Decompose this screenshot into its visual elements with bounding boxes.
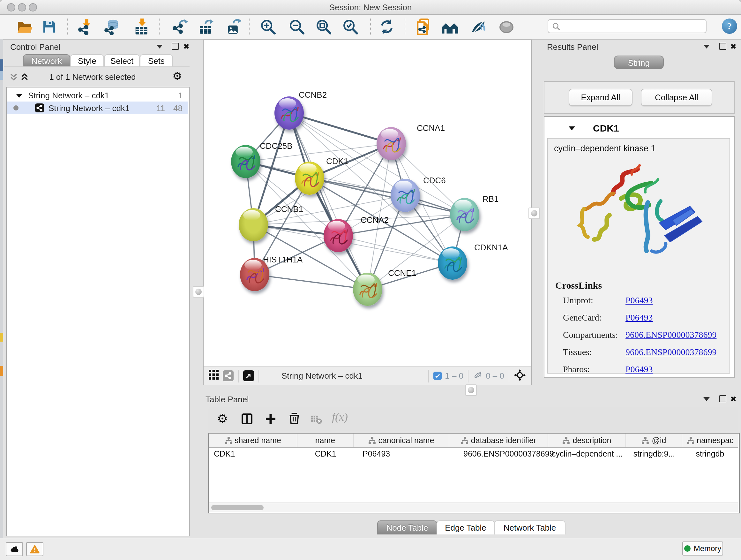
network-group-row[interactable]: String Network – cdk1 1 xyxy=(7,89,188,102)
network-node-ccna1[interactable] xyxy=(377,127,406,160)
node-structure-image xyxy=(438,246,467,280)
network-share-view-icon[interactable] xyxy=(223,370,233,381)
tissues-link[interactable]: 9606.ENSP00000378699 xyxy=(625,348,717,358)
birds-eye-view-icon[interactable] xyxy=(243,370,254,381)
results-panel-collapse-icon[interactable] xyxy=(703,45,710,49)
table-panel-close-icon[interactable]: ✖ xyxy=(730,396,737,402)
save-session-icon[interactable] xyxy=(40,18,58,36)
col-description[interactable]: description xyxy=(548,434,626,447)
network-node-cdc6[interactable] xyxy=(391,179,420,212)
clone-network-icon[interactable] xyxy=(414,18,432,36)
network-row-selected[interactable]: String Network – cdk1 11 48 xyxy=(7,102,188,114)
open-session-icon[interactable] xyxy=(15,18,33,36)
control-panel-float-icon[interactable] xyxy=(172,43,179,50)
network-node-cdc25b[interactable] xyxy=(231,145,260,178)
control-panel-title: Control Panel xyxy=(10,42,61,52)
network-options-gear-icon[interactable]: ⚙ xyxy=(172,70,182,83)
export-network-icon[interactable] xyxy=(171,18,189,36)
network-node-cdkn1a[interactable] xyxy=(438,246,467,280)
network-node-ccne1[interactable] xyxy=(353,273,382,306)
network-node-rb1[interactable] xyxy=(450,198,479,231)
entry-gene-name: CDK1 xyxy=(593,123,619,133)
left-splitter-handle[interactable] xyxy=(193,286,204,298)
col-shared-name[interactable]: shared name xyxy=(209,434,297,447)
entry-collapse-icon[interactable] xyxy=(569,126,575,130)
col-namespace[interactable]: namespac xyxy=(682,434,738,447)
refresh-layout-icon[interactable] xyxy=(378,18,396,36)
table-settings-gear-icon[interactable]: ⚙ xyxy=(217,411,228,426)
table-hscrollbar[interactable] xyxy=(209,503,738,512)
import-network-database-icon[interactable] xyxy=(104,18,121,36)
collapse-all-button[interactable]: Collapse All xyxy=(641,89,712,106)
memory-button[interactable]: Memory xyxy=(682,542,723,556)
table-row[interactable]: CDK1 CDK1 P06493 9606.ENSP00000378699 cy… xyxy=(209,448,738,460)
results-panel-close-icon[interactable]: ✖ xyxy=(730,44,737,50)
zoom-in-icon[interactable] xyxy=(259,18,277,36)
crosslink-row: GeneCard: xyxy=(563,313,602,323)
locate-crosshair-icon[interactable] xyxy=(514,369,526,383)
node-count: 11 xyxy=(156,103,165,113)
zoom-fit-icon[interactable] xyxy=(315,18,333,36)
grid-mode-icon[interactable] xyxy=(209,370,219,382)
tree-expand-icon[interactable] xyxy=(16,94,22,98)
zoom-out-icon[interactable] xyxy=(288,18,306,36)
first-neighbors-icon[interactable] xyxy=(441,18,459,36)
genecard-link[interactable]: P06493 xyxy=(625,313,653,323)
tab-edge-table[interactable]: Edge Table xyxy=(436,520,495,535)
network-node-cdk1[interactable] xyxy=(295,162,324,195)
tab-string-results[interactable]: String xyxy=(614,56,664,69)
window-title: Session: New Session xyxy=(0,3,741,12)
table-columns-icon[interactable] xyxy=(241,413,253,428)
network-node-label: RB1 xyxy=(482,194,499,204)
selected-checkbox-icon[interactable] xyxy=(433,372,442,380)
cloud-services-button[interactable] xyxy=(6,542,23,556)
delete-table-icon xyxy=(310,413,322,428)
horizontal-splitter-handle[interactable] xyxy=(465,384,477,396)
col-database-identifier[interactable]: database identifier xyxy=(449,434,548,447)
control-panel-collapse-icon[interactable] xyxy=(156,45,163,49)
node-structure-image xyxy=(450,198,479,231)
col-canonical-name[interactable]: canonical name xyxy=(354,434,449,447)
main-toolbar: ? xyxy=(0,15,741,40)
import-table-file-icon[interactable] xyxy=(132,18,150,36)
pharos-link[interactable]: P06493 xyxy=(625,365,653,375)
export-image-icon[interactable] xyxy=(225,18,243,36)
tab-style[interactable]: Style xyxy=(70,54,104,67)
table-header-row: shared name name canonical name database… xyxy=(209,434,738,448)
table-panel-collapse-icon[interactable] xyxy=(703,397,710,401)
network-node-ccna2[interactable] xyxy=(324,219,353,252)
uniprot-link[interactable]: P06493 xyxy=(625,296,653,306)
tab-node-table[interactable]: Node Table xyxy=(377,520,437,535)
hscrollbar-thumb[interactable] xyxy=(211,505,264,510)
right-splitter-handle[interactable] xyxy=(529,207,540,219)
tab-network-table[interactable]: Network Table xyxy=(494,520,565,535)
tab-network[interactable]: Network xyxy=(23,54,70,67)
network-node-ccnb2[interactable] xyxy=(274,97,304,130)
export-table-icon[interactable] xyxy=(197,18,215,36)
show-all-icon[interactable] xyxy=(497,18,515,36)
network-node-label: CDC25B xyxy=(260,141,293,151)
warnings-button[interactable] xyxy=(26,542,44,556)
control-panel-close-icon[interactable]: ✖ xyxy=(183,44,190,50)
zoom-selected-icon[interactable] xyxy=(341,18,359,36)
help-icon[interactable]: ? xyxy=(722,18,737,34)
network-edges xyxy=(204,40,531,366)
add-column-icon[interactable] xyxy=(264,413,277,428)
warning-icon xyxy=(30,545,40,554)
network-canvas[interactable]: CCNB2CCNA1CDC25BCDK1CDC6RB1CCNB1CCNA2CDK… xyxy=(204,40,531,366)
network-node-ccnb1[interactable] xyxy=(239,208,268,241)
hide-selection-icon[interactable] xyxy=(470,18,488,36)
search-input[interactable] xyxy=(563,21,706,31)
col-id[interactable]: @id xyxy=(626,434,682,447)
expand-all-button[interactable]: Expand All xyxy=(569,89,632,106)
results-panel-float-icon[interactable] xyxy=(719,43,726,50)
string-network-icon xyxy=(35,104,44,112)
entry-content-box: cyclin–dependent kinase 1 xyxy=(547,138,730,374)
tab-select[interactable]: Select xyxy=(104,54,140,67)
import-network-file-icon[interactable] xyxy=(77,18,94,36)
delete-column-trash-icon[interactable] xyxy=(288,412,300,427)
tab-sets[interactable]: Sets xyxy=(140,54,173,67)
compartments-link[interactable]: 9606.ENSP00000378699 xyxy=(625,330,717,340)
table-panel-float-icon[interactable] xyxy=(719,395,726,402)
col-name[interactable]: name xyxy=(297,434,354,447)
